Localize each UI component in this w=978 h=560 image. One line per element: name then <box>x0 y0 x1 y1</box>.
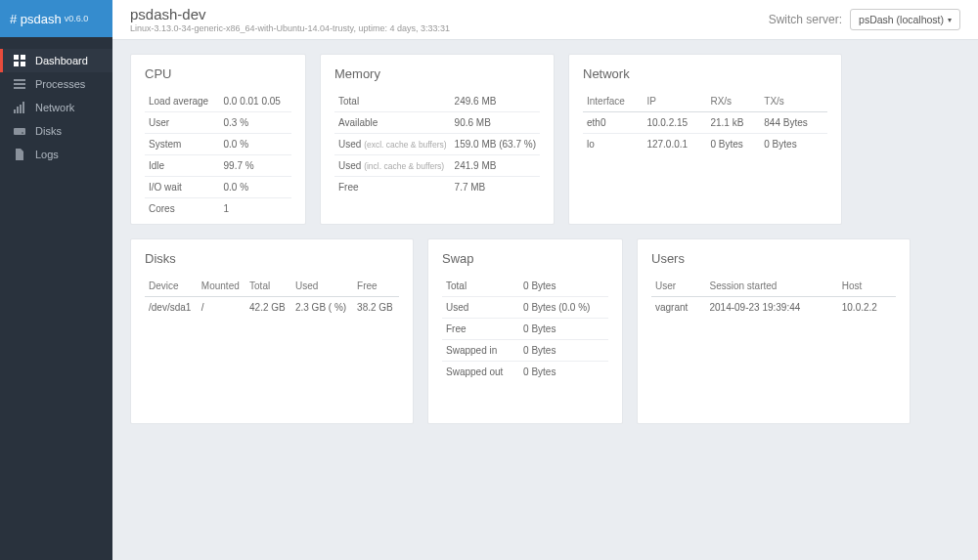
content: CPU Load average0.0 0.01 0.05 User0.3 % … <box>112 40 978 452</box>
server-select-value: psDash (localhost) <box>859 14 944 25</box>
swap-out-value: 0 Bytes <box>519 362 608 383</box>
swap-total-value: 0 Bytes <box>519 276 608 297</box>
server-select-dropdown[interactable]: psDash (localhost) ▾ <box>850 9 960 30</box>
swap-total-label: Total <box>442 276 519 297</box>
card-title: Swap <box>442 251 608 266</box>
card-title: Memory <box>334 66 540 81</box>
net-h-tx: TX/s <box>760 91 827 112</box>
table-row: lo 127.0.0.1 0 Bytes 0 Bytes <box>583 134 827 155</box>
disks-h-used: Used <box>291 276 353 297</box>
cpu-idle-label: Idle <box>145 155 220 177</box>
nav-list: Dashboard Processes Network Disks <box>0 37 112 166</box>
cpu-system-label: System <box>145 134 220 155</box>
swap-card: Swap Total0 Bytes Used0 Bytes (0.0 %) Fr… <box>427 238 623 424</box>
swap-used-value: 0 Bytes (0.0 %) <box>519 297 608 319</box>
svg-rect-7 <box>14 109 16 113</box>
hdd-icon <box>12 125 27 137</box>
sidebar-item-processes[interactable]: Processes <box>0 72 112 96</box>
svg-rect-3 <box>21 62 25 66</box>
mem-usedex-label: Used (excl. cache & buffers) <box>334 134 451 155</box>
disks-h-device: Device <box>145 276 198 297</box>
svg-point-12 <box>22 132 23 134</box>
mem-avail-label: Available <box>334 112 451 134</box>
page-title: psdash-dev <box>130 6 450 22</box>
cpu-user-label: User <box>145 112 220 134</box>
mem-usedin-label: Used (incl. cache & buffers) <box>334 155 451 177</box>
file-icon <box>12 149 27 160</box>
brand[interactable]: # psdash v0.6.0 <box>0 0 112 37</box>
disks-h-free: Free <box>353 276 399 297</box>
mem-total-label: Total <box>334 91 451 112</box>
users-h-host: Host <box>838 276 896 297</box>
sidebar-item-label: Disks <box>35 125 62 137</box>
svg-rect-2 <box>14 62 19 66</box>
swap-used-label: Used <box>442 297 519 319</box>
cpu-system-value: 0.0 % <box>220 134 291 155</box>
brand-version: v0.6.0 <box>65 14 89 23</box>
mem-free-label: Free <box>334 177 451 198</box>
mem-avail-value: 90.6 MB <box>451 112 540 134</box>
main: psdash-dev Linux-3.13.0-34-generic-x86_6… <box>112 0 978 560</box>
mem-usedin-value: 241.9 MB <box>451 155 540 177</box>
cpu-cores-value: 1 <box>220 198 291 220</box>
table-row: eth0 10.0.2.15 21.1 kB 844 Bytes <box>583 112 827 134</box>
svg-rect-8 <box>17 107 19 113</box>
cpu-iowait-value: 0.0 % <box>220 177 291 198</box>
svg-rect-10 <box>22 102 24 113</box>
sidebar-item-dashboard[interactable]: Dashboard <box>0 49 112 72</box>
users-h-user: User <box>651 276 705 297</box>
svg-rect-5 <box>14 83 25 85</box>
users-card: Users User Session started Host vagrant … <box>637 238 911 424</box>
disks-card: Disks Device Mounted Total Used Free /de… <box>130 238 414 424</box>
sidebar-item-disks[interactable]: Disks <box>0 119 112 143</box>
swap-free-value: 0 Bytes <box>519 319 608 340</box>
signal-icon <box>12 102 27 113</box>
net-h-ip: IP <box>643 91 706 112</box>
sidebar-item-logs[interactable]: Logs <box>0 143 112 166</box>
svg-rect-0 <box>14 55 19 60</box>
svg-rect-11 <box>14 128 25 135</box>
users-h-session: Session started <box>705 276 837 297</box>
swap-table: Total0 Bytes Used0 Bytes (0.0 %) Free0 B… <box>442 276 608 382</box>
users-table: User Session started Host vagrant 2014-0… <box>651 276 896 318</box>
cpu-user-value: 0.3 % <box>220 112 291 134</box>
card-title: Disks <box>145 251 399 266</box>
card-title: Users <box>651 251 896 266</box>
disks-h-mounted: Mounted <box>198 276 245 297</box>
cpu-load-label: Load average <box>145 91 220 112</box>
svg-rect-4 <box>14 79 25 81</box>
sidebar-item-label: Dashboard <box>35 55 88 66</box>
svg-rect-1 <box>21 55 25 60</box>
network-table: Interface IP RX/s TX/s eth0 10.0.2.15 21… <box>583 91 827 154</box>
mem-usedex-value: 159.0 MB (63.7 %) <box>451 134 540 155</box>
topbar: psdash-dev Linux-3.13.0-34-generic-x86_6… <box>112 0 978 40</box>
cpu-load-value: 0.0 0.01 0.05 <box>220 91 291 112</box>
page-subtitle: Linux-3.13.0-34-generic-x86_64-with-Ubun… <box>130 23 450 33</box>
cpu-cores-label: Cores <box>145 198 220 220</box>
memory-card: Memory Total249.6 MB Available90.6 MB Us… <box>320 54 555 225</box>
table-row: vagrant 2014-09-23 19:39:44 10.0.2.2 <box>651 297 896 319</box>
switch-server-label: Switch server: <box>769 13 842 26</box>
swap-in-value: 0 Bytes <box>519 340 608 362</box>
sidebar: # psdash v0.6.0 Dashboard Processes Ne <box>0 0 112 560</box>
card-title: Network <box>583 66 827 81</box>
memory-table: Total249.6 MB Available90.6 MB Used (exc… <box>334 91 540 197</box>
disks-table: Device Mounted Total Used Free /dev/sda1… <box>145 276 399 318</box>
disks-h-total: Total <box>245 276 291 297</box>
cpu-card: CPU Load average0.0 0.01 0.05 User0.3 % … <box>130 54 306 225</box>
swap-out-label: Swapped out <box>442 362 519 383</box>
dashboard-icon <box>12 55 27 66</box>
list-icon <box>12 78 27 90</box>
svg-rect-6 <box>14 87 25 89</box>
mem-free-value: 7.7 MB <box>451 177 540 198</box>
card-title: CPU <box>145 66 291 81</box>
sidebar-item-network[interactable]: Network <box>0 96 112 119</box>
chevron-down-icon: ▾ <box>948 16 952 24</box>
svg-rect-9 <box>20 105 22 113</box>
cpu-idle-value: 99.7 % <box>220 155 291 177</box>
swap-in-label: Swapped in <box>442 340 519 362</box>
sidebar-item-label: Processes <box>35 78 85 90</box>
table-row: /dev/sda1 / 42.2 GB 2.3 GB ( %) 38.2 GB <box>145 297 399 319</box>
net-h-iface: Interface <box>583 91 643 112</box>
network-card: Network Interface IP RX/s TX/s eth0 10.0… <box>568 54 842 225</box>
